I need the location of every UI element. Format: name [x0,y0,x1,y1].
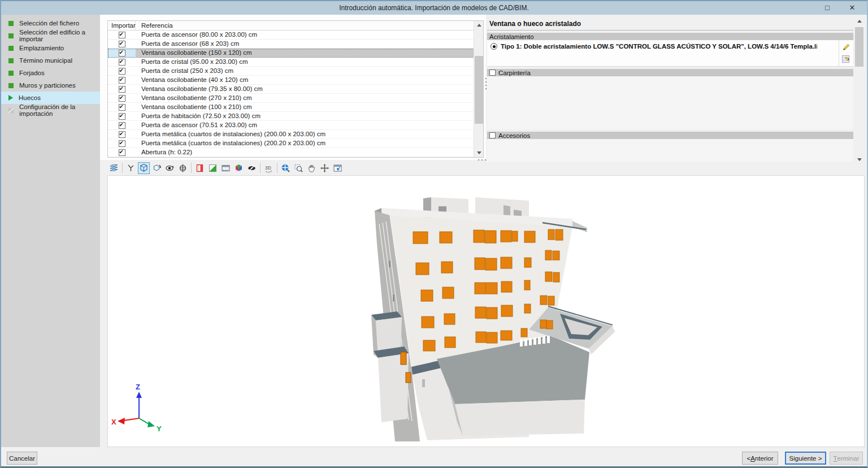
sidebar-item-huecos[interactable]: Huecos [1,92,100,104]
reference-cell[interactable]: Ventana oscilobatiente (150 x 120) cm [136,49,483,57]
cancel-button[interactable]: Cancelar [7,452,37,465]
title-bar[interactable]: Introducción automática. Importación de … [1,1,867,15]
import-checkbox[interactable] [119,95,125,102]
table-row[interactable]: Puerta de cristal (95.00 x 203.00) cm [108,58,483,67]
table-row[interactable]: Puerta de habitación (72.50 x 203.00) cm [108,112,483,121]
axes-icon[interactable] [125,162,137,174]
table-row[interactable]: Puerta de ascensor (80.00 x 203.00) cm [108,31,483,40]
sidebar-item-selecci-n-del-fichero[interactable]: Selección del fichero [1,17,100,29]
import-checkbox[interactable] [119,41,125,47]
table-row[interactable]: Puerta metálica (cuartos de instalacione… [108,130,483,139]
table-row[interactable]: Puerta de ascensor (70.51 x 203.00) cm [108,121,483,130]
import-checkbox[interactable] [119,149,125,156]
section-red-icon[interactable] [194,162,206,174]
orange-window [545,250,552,260]
edit-list-icon[interactable] [841,54,851,64]
3d-viewport[interactable]: Z X Y [107,175,865,447]
import-checkbox[interactable] [119,86,125,93]
reference-cell[interactable]: Ventana oscilobatiente (79.35 x 80.00) c… [136,85,483,93]
pan-hand-icon[interactable] [306,162,318,174]
glazing-option-row[interactable]: Tipo 1: Doble acristalamiento LOW.S "CON… [487,40,853,50]
import-checkbox[interactable] [119,131,125,138]
orbit-eye-icon[interactable] [164,162,176,174]
previous-button[interactable]: < Anterior [742,452,778,465]
sidebar-item-t-rmino-municipal[interactable]: Término municipal [1,54,100,67]
section-accesorios: Accesorios [487,132,853,139]
table-row[interactable]: Ventana oscilobatiente (79.35 x 80.00) c… [108,85,483,94]
table-row[interactable]: Ventana oscilobatiente (100 x 210) cm [108,103,483,112]
sidebar-item-muros-y-particiones[interactable]: Muros y particiones [1,79,100,92]
sidebar-item-emplazamiento[interactable]: Emplazamiento [1,42,100,54]
reference-cell[interactable]: Ventana oscilobatiente (40 x 120) cm [136,76,483,84]
reference-cell[interactable]: Puerta de ascensor (68 x 203) cm [136,40,483,48]
fit-window-icon[interactable] [332,162,344,174]
import-checkbox[interactable] [119,122,125,129]
maximize-button[interactable]: □ [815,1,840,15]
import-checkbox[interactable] [119,104,125,111]
table-row[interactable]: Puerta metálica (cuartos de instalacione… [108,139,483,148]
column-header-referencia[interactable]: Referencia [136,21,483,30]
sidebar-item-selecci-n-del-edificio-a-importar[interactable]: Selección del edificio a importar [1,29,100,42]
next-button[interactable]: Siguiente > [785,452,826,465]
import-checkbox[interactable] [119,50,125,57]
import-checkbox[interactable] [119,77,125,84]
scrollbar-thumb[interactable] [855,27,863,67]
accesorios-checkbox[interactable] [489,132,496,138]
orange-window [501,331,512,340]
table-row[interactable]: Puerta de cristal (250 x 203) cm [108,67,483,76]
table-scrollbar[interactable] [474,21,483,157]
reference-cell[interactable]: Puerta de ascensor (80.00 x 203.00) cm [136,31,483,39]
carpinteria-checkbox[interactable] [489,70,496,76]
reference-cell[interactable]: Puerta de cristal (95.00 x 203.00) cm [136,58,483,66]
radio-button[interactable] [491,43,497,50]
scroll-up-icon[interactable] [474,21,484,29]
shaded-cube-icon[interactable] [138,162,150,174]
orbit-gimbal-icon[interactable] [177,162,189,174]
import-checkbox[interactable] [119,32,125,38]
reference-cell[interactable]: Puerta de habitación (72.50 x 203.00) cm [136,112,483,120]
iso-cube-icon[interactable] [233,162,245,174]
scroll-down-icon[interactable] [474,149,484,157]
import-checkbox[interactable] [119,59,125,66]
column-header-importar[interactable]: Importar [108,21,136,30]
table-row[interactable]: Ventana oscilobatiente (270 x 210) cm [108,94,483,103]
layers-icon[interactable] [108,162,120,174]
reference-cell[interactable]: Ventana oscilobatiente (100 x 210) cm [136,103,483,111]
measure-window-icon[interactable] [220,162,232,174]
reference-cell[interactable]: Puerta de cristal (250 x 203) cm [136,67,483,75]
table-row[interactable]: Puerta de ascensor (68 x 203) cm [108,40,483,49]
sidebar-item-forjados[interactable]: Forjados [1,67,100,79]
import-cell [108,58,136,66]
zoom-extents-icon[interactable] [280,162,292,174]
edit-pencil-icon[interactable] [841,42,851,52]
scroll-down-icon[interactable] [854,155,864,164]
table-row[interactable]: Abertura (h: 0.22) [108,148,483,157]
import-checkbox[interactable] [119,68,125,75]
scrollbar-thumb[interactable] [475,56,483,124]
rotate-cube-icon[interactable] [151,162,163,174]
panel-scrollbar[interactable] [854,17,864,164]
table-row[interactable]: Ventana oscilobatiente (150 x 120) cm [108,49,483,58]
hide-eye-icon[interactable] [246,162,258,174]
sidebar-item-configuraci-n-de-la-importaci-n[interactable]: Configuración de la importación [1,104,100,116]
scroll-up-icon[interactable] [854,17,864,25]
import-checkbox[interactable] [119,140,125,147]
building-3d-model[interactable] [371,197,615,441]
reference-cell[interactable]: Puerta metálica (cuartos de instalacione… [136,139,483,148]
close-button[interactable]: ✕ [840,1,865,15]
reference-cell[interactable]: Ventana oscilobatiente (270 x 210) cm [136,94,483,102]
import-cell [108,85,136,93]
zoom-window-icon[interactable] [293,162,305,174]
reference-cell[interactable]: Puerta metálica (cuartos de instalacione… [136,130,483,138]
reference-cell[interactable]: Abertura (h: 0.22) [136,148,483,157]
table-row[interactable]: Ventana oscilobatiente (40 x 120) cm [108,76,483,85]
reference-cell[interactable]: Puerta de ascensor (70.51 x 203.00) cm [136,121,483,129]
import-checkbox[interactable] [119,113,125,120]
properties-panel: Ventana o hueco acristalado Acristalamie… [487,17,853,164]
move-arrows-icon[interactable] [319,162,331,174]
render-green-icon[interactable] [207,162,219,174]
orange-window [548,296,554,305]
settings-3d-icon[interactable]: 3D [263,162,275,174]
completed-step-icon [8,33,14,38]
table-header: Importar Referencia [108,21,483,31]
